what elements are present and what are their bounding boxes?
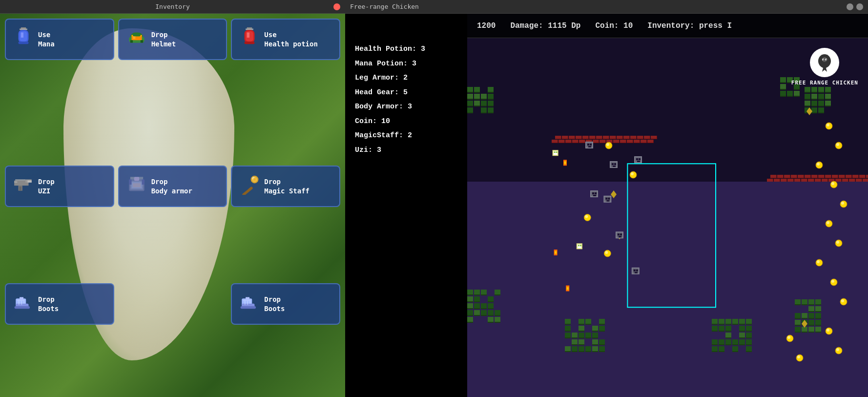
uzi-icon <box>13 174 34 199</box>
boots-1-icon <box>13 292 34 316</box>
svg-rect-33 <box>129 179 131 185</box>
svg-rect-32 <box>133 183 141 187</box>
svg-rect-46 <box>19 301 20 305</box>
svg-rect-48 <box>23 301 25 303</box>
svg-rect-1 <box>20 28 27 30</box>
stat-leg-armor: Leg Armor: 2 <box>355 72 457 84</box>
magic-staff-icon <box>239 174 260 199</box>
stat-health-potion: Health Potion: 3 <box>355 43 457 56</box>
svg-rect-10 <box>133 34 141 36</box>
hud-damage: Damage: 1115 Dp <box>510 21 580 30</box>
drop-boots-2-label: DropBoots <box>264 295 285 313</box>
use-mana-button[interactable]: UseMana <box>5 19 114 60</box>
mana-icon <box>13 27 34 52</box>
stat-magic-staff: MagicStaff: 2 <box>355 129 457 142</box>
hud-inventory-hint: Inventory: press I <box>647 21 732 30</box>
right-window-btn2[interactable] <box>856 3 863 10</box>
stat-uzi: Uzi: 3 <box>355 144 457 157</box>
stat-coin: Coin: 10 <box>355 115 457 128</box>
health-icon <box>239 27 260 52</box>
svg-rect-13 <box>133 36 135 39</box>
drop-magic-staff-label: DropMagic Staff <box>264 177 310 195</box>
svg-rect-47 <box>21 301 22 305</box>
inventory-spacer-1 <box>5 64 340 162</box>
brand-logo-circle <box>810 48 839 77</box>
svg-rect-52 <box>243 299 251 301</box>
game-canvas <box>467 38 868 397</box>
svg-rect-15 <box>246 28 253 30</box>
svg-rect-51 <box>241 306 256 308</box>
svg-rect-40 <box>253 178 256 180</box>
inventory-panel: UseMana <box>0 14 345 397</box>
right-window-btn1[interactable] <box>847 3 853 10</box>
inventory-grid: UseMana <box>0 14 345 397</box>
drop-uzi-label: DropUZI <box>38 177 55 195</box>
stats-panel: Health Potion: 3 Mana Potion: 3 Leg Armo… <box>345 14 467 397</box>
drop-helmet-label: DropHelmet <box>151 30 176 48</box>
use-mana-label: UseMana <box>38 30 55 48</box>
svg-rect-43 <box>15 306 30 308</box>
use-health-button[interactable]: UseHealth potion <box>231 19 340 60</box>
game-panel: 1200 Damage: 1115 Dp Coin: 10 Inventory:… <box>467 14 868 397</box>
game-viewport: FREE RANGE CHICKEN <box>467 38 868 397</box>
brand-logo: FREE RANGE CHICKEN <box>791 48 858 86</box>
svg-rect-25 <box>14 181 17 182</box>
svg-rect-56 <box>249 301 251 303</box>
drop-helmet-button[interactable]: DropHelmet <box>118 19 227 60</box>
right-window-titlebar: Free-range Chicken <box>345 0 868 14</box>
drop-magic-staff-button[interactable]: DropMagic Staff <box>231 166 340 207</box>
drop-body-armor-button[interactable]: DropBody armor <box>118 166 227 207</box>
drop-boots-1-label: DropBoots <box>38 295 59 313</box>
left-window-close[interactable] <box>333 3 340 10</box>
svg-rect-11 <box>130 40 133 42</box>
svg-rect-35 <box>134 177 139 181</box>
svg-rect-4 <box>21 32 23 38</box>
brand-name: FREE RANGE CHICKEN <box>791 80 858 86</box>
empty-slot <box>118 283 227 325</box>
stat-body-armor: Body Armor: 3 <box>355 101 457 113</box>
svg-rect-44 <box>17 299 25 301</box>
stat-mana-potion: Mana Potion: 3 <box>355 58 457 70</box>
svg-rect-5 <box>19 41 29 43</box>
body-armor-icon <box>126 174 147 199</box>
svg-rect-26 <box>27 180 31 182</box>
helmet-icon <box>126 27 147 52</box>
svg-point-61 <box>826 60 827 61</box>
use-health-label: UseHealth potion <box>264 30 318 48</box>
drop-boots-2-button[interactable]: DropBoots <box>231 283 340 325</box>
hud-hp: 1200 <box>477 21 496 30</box>
svg-rect-19 <box>245 41 255 43</box>
svg-rect-53 <box>246 297 249 299</box>
inventory-spacer-2 <box>5 211 340 279</box>
svg-rect-24 <box>20 187 21 190</box>
svg-rect-54 <box>245 301 246 305</box>
hud-coin: Coin: 10 <box>595 21 633 30</box>
svg-rect-45 <box>20 297 23 299</box>
svg-point-60 <box>823 60 824 61</box>
svg-rect-12 <box>141 40 143 42</box>
drop-body-armor-label: DropBody armor <box>151 177 192 195</box>
drop-uzi-button[interactable]: DropUZI <box>5 166 114 207</box>
left-window-title: Inventory <box>155 3 189 10</box>
svg-rect-21 <box>15 179 25 180</box>
drop-boots-1-button[interactable]: DropBoots <box>5 283 114 325</box>
left-window-titlebar: Inventory <box>0 0 345 14</box>
stat-head-gear: Head Gear: 5 <box>355 86 457 99</box>
svg-rect-34 <box>142 179 144 185</box>
right-window-title: Free-range Chicken <box>350 3 847 10</box>
game-hud: 1200 Damage: 1115 Dp Coin: 10 Inventory:… <box>467 14 868 38</box>
svg-rect-18 <box>247 32 249 38</box>
svg-rect-55 <box>247 301 248 305</box>
boots-2-icon <box>239 292 260 316</box>
svg-rect-36 <box>242 186 253 195</box>
